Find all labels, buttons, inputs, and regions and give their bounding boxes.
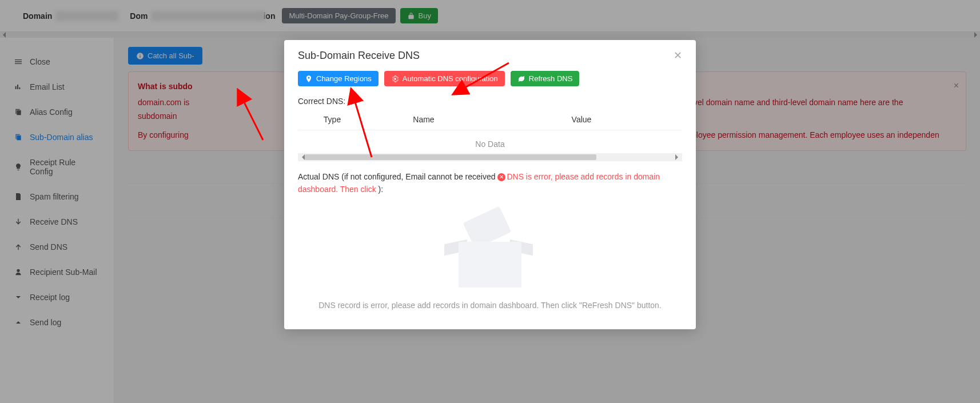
gear-icon — [391, 75, 399, 83]
col-type: Type — [298, 115, 366, 124]
auto-dns-config-button[interactable]: Automatic DNS configuration — [384, 71, 505, 86]
empty-state: DNS record is error, please add records … — [298, 196, 682, 316]
col-name: Name — [366, 115, 481, 124]
nodata-text: No Data — [298, 130, 682, 151]
location-icon — [305, 75, 313, 83]
table-hscroll[interactable] — [298, 153, 682, 161]
refresh-icon — [517, 75, 525, 83]
col-value: Value — [481, 115, 682, 124]
refresh-dns-label: Refresh DNS — [529, 74, 573, 83]
correct-dns-table: Type Name Value No Data — [298, 109, 682, 161]
svg-point-3 — [394, 78, 396, 80]
dns-modal: Sub-Domain Receive DNS ✕ Change Regions … — [284, 40, 696, 329]
auto-dns-label: Automatic DNS configuration — [403, 74, 498, 83]
modal-title: Sub-Domain Receive DNS — [298, 50, 420, 62]
error-icon: ✕ — [497, 173, 505, 181]
correct-dns-label: Correct DNS: — [298, 97, 682, 106]
actual-dns-text: Actual DNS (if not configured, Email can… — [298, 170, 682, 196]
modal-close-button[interactable]: ✕ — [674, 49, 682, 62]
change-regions-label: Change Regions — [316, 74, 372, 83]
change-regions-button[interactable]: Change Regions — [298, 71, 379, 86]
refresh-dns-button[interactable]: Refresh DNS — [511, 71, 580, 86]
empty-box-illustration — [444, 213, 536, 293]
empty-message: DNS record is error, please add records … — [298, 301, 682, 310]
